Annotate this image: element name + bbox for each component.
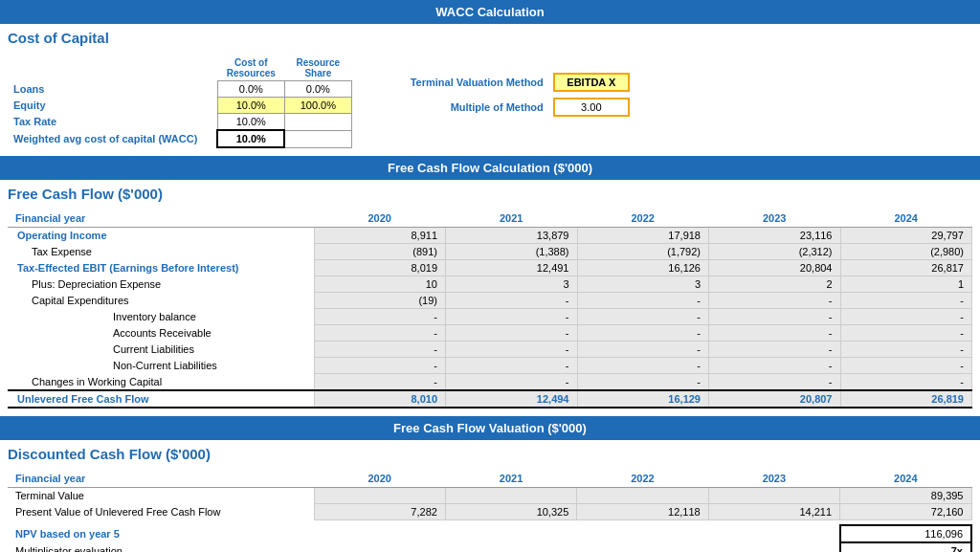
- ebit-2020: 8,019: [314, 260, 446, 276]
- fcf-row-ar: Accounts Receivable - - - - -: [8, 325, 972, 342]
- fcf-year-2022: 2022: [577, 210, 709, 228]
- dcf-row-mult: Multiplicator evaluation 7x: [8, 542, 971, 552]
- equity-share[interactable]: 100.0%: [284, 98, 351, 114]
- npv-2020: [314, 525, 445, 542]
- wacc-row-equity: Equity 10.0% 100.0%: [8, 98, 351, 114]
- dcf-year-2021: 2021: [445, 470, 576, 488]
- npv-2024: 116,096: [840, 525, 971, 542]
- ulfcf-2024: 26,819: [840, 390, 972, 408]
- pv-ulfcf-label: Present Value of Unlevered Free Cash Flo…: [8, 504, 314, 520]
- fcf-row-wc: Changes in Working Capital - - - - -: [8, 374, 972, 391]
- fcf-table: Financial year 2020 2021 2022 2023 2024 …: [8, 210, 972, 408]
- financial-year-header: Financial year: [15, 212, 85, 224]
- wacc-right-panel: Terminal Valuation Method EBITDA X Multi…: [371, 54, 972, 148]
- dcf-financial-year-header: Financial year: [15, 473, 85, 484]
- pvul-2022: 12,118: [577, 504, 708, 520]
- dcf-label-col: Financial year: [8, 470, 314, 488]
- loans-share[interactable]: 0.0%: [284, 81, 351, 98]
- taxrate-cost[interactable]: 10.0%: [217, 114, 284, 131]
- wacc-row-wacc: Weighted avg cost of capital (WACC) 10.0…: [8, 130, 351, 147]
- tax-2023: (2,312): [709, 244, 841, 260]
- ncl-2021: -: [446, 358, 578, 374]
- dep-2020: 10: [314, 276, 446, 293]
- mult-label: Multiplicator evaluation: [8, 542, 314, 552]
- wacc-col-cost: Cost ofResources: [217, 55, 284, 81]
- ebit-2022: 16,126: [577, 260, 709, 276]
- oi-2024: 29,797: [840, 228, 972, 244]
- capex-2020: (19): [314, 293, 446, 309]
- wacc-section: WACC Calculation Cost of Capital Cost of…: [0, 0, 980, 156]
- npv-2023: [708, 525, 839, 542]
- tax-expense-label: Tax Expense: [8, 244, 314, 260]
- dcf-table: Financial year 2020 2021 2022 2023 2024 …: [8, 470, 972, 552]
- ebit-2021: 12,491: [446, 260, 578, 276]
- tax-2020: (891): [314, 244, 446, 260]
- dcf-year-2020: 2020: [314, 470, 445, 488]
- tv-2023: [708, 488, 839, 504]
- dcf-header: Free Cash Flow Valuation ($'000): [0, 416, 980, 440]
- ar-2023: -: [709, 325, 841, 342]
- dcf-year-2024: 2024: [840, 470, 971, 488]
- inv-2024: -: [840, 309, 972, 325]
- tv-2020: [314, 488, 445, 504]
- wc-2021: -: [446, 374, 578, 391]
- ar-2020: -: [314, 325, 446, 342]
- cl-2021: -: [446, 342, 578, 358]
- dcf-row-npv: NPV based on year 5 116,096: [8, 525, 971, 542]
- wacc-left-panel: Cost ofResources ResourceShare Loans 0.0…: [8, 54, 352, 148]
- fcf-label-col: Financial year: [8, 210, 314, 228]
- loans-cost[interactable]: 0.0%: [217, 81, 284, 98]
- wc-label: Changes in Working Capital: [8, 374, 314, 391]
- ulfcf-2022: 16,129: [577, 390, 709, 408]
- capex-2022: -: [577, 293, 709, 309]
- oi-2021: 13,879: [446, 228, 578, 244]
- loans-label: Loans: [8, 81, 217, 98]
- npv-label: NPV based on year 5: [8, 525, 314, 542]
- inv-2022: -: [577, 309, 709, 325]
- multiple-method-row: Multiple of Method 3.00: [371, 98, 630, 117]
- fcf-year-header-row: Financial year 2020 2021 2022 2023 2024: [8, 210, 972, 228]
- oi-2022: 17,918: [577, 228, 709, 244]
- ar-2022: -: [577, 325, 709, 342]
- inv-2020: -: [314, 309, 446, 325]
- inv-2021: -: [446, 309, 578, 325]
- npv-2022: [577, 525, 708, 542]
- inv-2023: -: [709, 309, 841, 325]
- fcf-row-cl: Current Liabilities - - - - -: [8, 342, 972, 358]
- fcf-row-tax-expense: Tax Expense (891) (1,388) (1,792) (2,312…: [8, 244, 972, 260]
- ar-2024: -: [840, 325, 972, 342]
- wc-2022: -: [577, 374, 709, 391]
- wacc-row-taxrate: Tax Rate 10.0%: [8, 114, 351, 131]
- cl-label: Current Liabilities: [8, 342, 314, 358]
- ar-2021: -: [446, 325, 578, 342]
- capex-2023: -: [709, 293, 841, 309]
- fcf-content: Financial year 2020 2021 2022 2023 2024 …: [0, 206, 980, 416]
- wacc-label: Weighted avg cost of capital (WACC): [8, 130, 217, 147]
- wc-2023: -: [709, 374, 841, 391]
- fcf-year-2021: 2021: [446, 210, 578, 228]
- wacc-content: Cost ofResources ResourceShare Loans 0.0…: [0, 50, 980, 156]
- cl-2024: -: [840, 342, 972, 358]
- ar-label: Accounts Receivable: [8, 325, 314, 342]
- mult-2024: 7x: [840, 542, 971, 552]
- wacc-value[interactable]: 10.0%: [217, 130, 284, 147]
- equity-cost[interactable]: 10.0%: [217, 98, 284, 114]
- terminal-method-value[interactable]: EBITDA X: [553, 73, 630, 92]
- npv-2021: [445, 525, 576, 542]
- terminal-section: Terminal Valuation Method EBITDA X Multi…: [371, 73, 630, 117]
- multiple-method-value[interactable]: 3.00: [553, 98, 630, 117]
- cl-2020: -: [314, 342, 446, 358]
- dep-2023: 2: [709, 276, 841, 293]
- mult-2021: [445, 542, 576, 552]
- ncl-2023: -: [709, 358, 841, 374]
- ncl-label: Non-Current Liabilities: [8, 358, 314, 374]
- ulfcf-label: Unlevered Free Cash Flow: [8, 390, 314, 408]
- pvul-2021: 10,325: [445, 504, 576, 520]
- dep-2022: 3: [577, 276, 709, 293]
- tv-2024: 89,395: [840, 488, 971, 504]
- ncl-2020: -: [314, 358, 446, 374]
- fcf-year-2024: 2024: [840, 210, 972, 228]
- wacc-share-empty: [284, 130, 351, 147]
- inventory-label: Inventory balance: [8, 309, 314, 325]
- equity-label: Equity: [8, 98, 217, 114]
